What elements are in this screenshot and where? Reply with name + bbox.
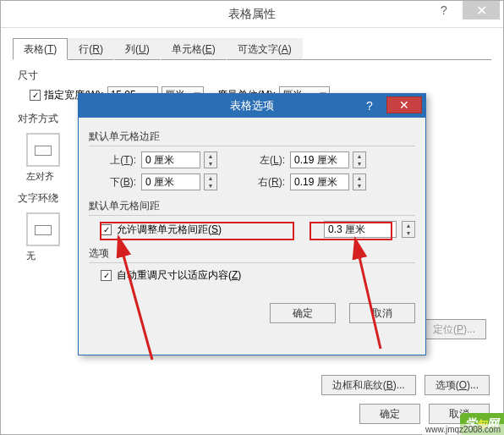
sub-ok-button[interactable]: 确定 <box>270 303 336 323</box>
main-ok-button[interactable]: 确定 <box>359 404 420 424</box>
left-spinner[interactable]: ▲▼ <box>353 151 366 168</box>
sub-title: 表格选项 <box>230 98 274 113</box>
margins-grid: 上(T): 0 厘米 ▲▼ 左(L): 0.19 厘米 ▲▼ 下(B): 0 厘… <box>97 151 415 190</box>
align-left-icon[interactable] <box>26 133 60 167</box>
divider2 <box>89 215 415 216</box>
top-spinner[interactable]: ▲▼ <box>204 151 217 168</box>
tabs: 表格(T) 行(R) 列(U) 单元格(E) 可选文字(A) <box>13 38 491 60</box>
options-button[interactable]: 选项(O)... <box>425 375 490 395</box>
sub-help-button[interactable]: ? <box>358 94 381 118</box>
size-label: 尺寸 <box>18 69 486 83</box>
allow-spacing-row: 允许调整单元格间距(S) 0.3 厘米 ▲▼ <box>101 221 415 238</box>
tab-alt-text[interactable]: 可选文字(A) <box>227 38 303 60</box>
main-footer-row1: 边框和底纹(B)... 选项(O)... <box>321 375 490 395</box>
divider <box>89 146 415 146</box>
tab-table[interactable]: 表格(T) <box>13 38 68 60</box>
wrap-none-label: 无 <box>26 250 60 262</box>
sub-cancel-button[interactable]: 取消 <box>349 303 415 323</box>
right-label: 右(R): <box>246 175 287 190</box>
bottom-margin-input[interactable]: 0 厘米 <box>141 173 200 190</box>
spacing-spinner[interactable]: ▲▼ <box>402 221 415 238</box>
tab-cell[interactable]: 单元格(E) <box>161 38 227 60</box>
autofit-label: 自动重调尺寸以适应内容(Z) <box>117 268 241 283</box>
right-spinner[interactable]: ▲▼ <box>353 173 366 190</box>
bottom-spinner[interactable]: ▲▼ <box>204 173 217 190</box>
main-titlebar: 表格属性 ? ✕ <box>1 1 503 28</box>
top-margin-input[interactable]: 0 厘米 <box>141 151 200 168</box>
cell-spacing-input[interactable]: 0.3 厘米 <box>324 221 397 238</box>
sub-titlebar: 表格选项 ? ✕ <box>79 94 425 118</box>
top-label: 上(T): <box>97 153 138 168</box>
right-margin-input[interactable]: 0.19 厘米 <box>290 173 349 190</box>
autofit-checkbox[interactable] <box>101 270 112 281</box>
sub-body: 默认单元格边距 上(T): 0 厘米 ▲▼ 左(L): 0.19 厘米 ▲▼ 下… <box>79 118 425 332</box>
spacing-section-label: 默认单元格间距 <box>89 199 415 213</box>
main-title: 表格属性 <box>228 7 276 22</box>
table-options-dialog: 表格选项 ? ✕ 默认单元格边距 上(T): 0 厘米 ▲▼ 左(L): 0.1… <box>78 93 426 355</box>
help-button[interactable]: ? <box>425 1 463 19</box>
left-label: 左(L): <box>246 153 287 168</box>
close-button[interactable]: ✕ <box>463 1 500 19</box>
sub-close-button[interactable]: ✕ <box>386 96 422 113</box>
borders-shading-button[interactable]: 边框和底纹(B)... <box>321 375 416 395</box>
options-section-label: 选项 <box>89 246 415 261</box>
watermark-url: www.jmqz2008.com <box>422 424 504 435</box>
allow-cell-spacing-checkbox[interactable] <box>101 224 112 235</box>
align-left-label: 左对齐 <box>26 170 60 183</box>
margins-section-label: 默认单元格边距 <box>89 129 415 144</box>
specify-width-checkbox[interactable] <box>30 90 41 101</box>
tab-column[interactable]: 列(U) <box>114 38 161 60</box>
autofit-row: 自动重调尺寸以适应内容(Z) <box>101 268 415 283</box>
wrap-none-icon[interactable] <box>26 212 60 246</box>
allow-cell-spacing-label: 允许调整单元格间距(S) <box>117 223 222 237</box>
left-margin-input[interactable]: 0.19 厘米 <box>290 151 349 168</box>
positioning-button: 定位(P)... <box>422 319 486 339</box>
tab-row[interactable]: 行(R) <box>68 38 114 60</box>
divider3 <box>89 262 415 263</box>
bottom-label: 下(B): <box>97 175 138 190</box>
sub-footer: 确定 取消 <box>89 303 415 323</box>
